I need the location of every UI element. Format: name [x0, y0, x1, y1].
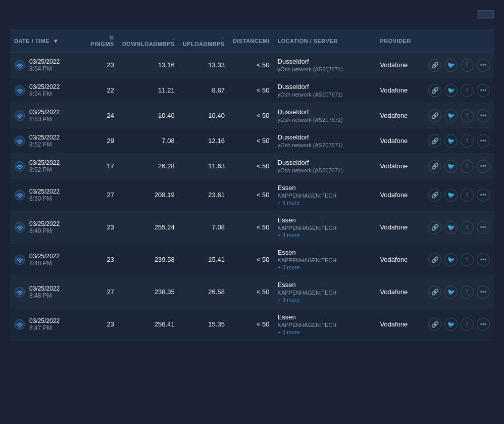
action-link-icon[interactable]: 🔗	[428, 286, 441, 299]
action-more-icon[interactable]: •••	[477, 59, 490, 72]
svg-point-17	[19, 294, 20, 295]
action-facebook-icon[interactable]: f	[461, 286, 474, 299]
distance-cell: < 50	[229, 179, 274, 211]
download-cell: 13.16	[118, 53, 179, 78]
time-line: 8:47 PM	[29, 324, 60, 332]
action-link-icon[interactable]: 🔗	[428, 134, 441, 148]
action-more-icon[interactable]: •••	[477, 134, 490, 148]
action-more-icon[interactable]: •••	[477, 253, 490, 266]
action-twitter-icon[interactable]: 🐦	[444, 253, 458, 266]
action-more-icon[interactable]: •••	[477, 189, 490, 202]
upload-cell: 11.63	[179, 154, 229, 179]
actions-cell: 🔗 🐦 f •••	[424, 308, 494, 341]
action-facebook-icon[interactable]: f	[461, 221, 474, 234]
action-facebook-icon[interactable]: f	[461, 253, 474, 266]
server-name: KAPPENHAGEN:TECH	[278, 193, 372, 199]
location-name: Dusseldorf	[278, 133, 372, 141]
more-link[interactable]: + 3 more	[278, 329, 372, 335]
action-link-icon[interactable]: 🔗	[428, 221, 441, 234]
action-twitter-icon[interactable]: 🐦	[444, 84, 458, 97]
action-link-icon[interactable]: 🔗	[428, 84, 441, 97]
actions-cell: 🔗 🐦 f •••	[424, 103, 494, 128]
distance-cell: < 50	[229, 211, 274, 244]
upload-cell: 23.61	[179, 179, 229, 211]
action-twitter-icon[interactable]: 🐦	[444, 59, 458, 72]
provider-cell: Vodafone	[376, 179, 424, 211]
svg-point-7	[19, 143, 20, 144]
date-time-cell: 03/25/2022 8:54 PM	[10, 78, 83, 103]
date-line: 03/25/2022	[29, 188, 60, 195]
action-link-icon[interactable]: 🔗	[428, 318, 441, 331]
action-twitter-icon[interactable]: 🐦	[444, 134, 458, 148]
action-more-icon[interactable]: •••	[477, 160, 490, 173]
svg-point-19	[19, 326, 20, 327]
date-line: 03/25/2022	[29, 109, 60, 116]
action-more-icon[interactable]: •••	[477, 286, 490, 299]
action-facebook-icon[interactable]: f	[461, 109, 474, 122]
date-time-cell: 03/25/2022 8:52 PM	[10, 128, 83, 154]
action-link-icon[interactable]: 🔗	[428, 109, 441, 122]
action-facebook-icon[interactable]: f	[461, 160, 474, 173]
location-name: Essen	[278, 313, 372, 321]
action-more-icon[interactable]: •••	[477, 109, 490, 122]
date-time-cell: 03/25/2022 8:47 PM	[10, 308, 83, 341]
date-line: 03/25/2022	[29, 58, 60, 65]
action-twitter-icon[interactable]: 🐦	[444, 109, 458, 122]
col-header-download: ↓ DOWNLOADMbps	[118, 29, 179, 53]
time-line: 8:48 PM	[29, 292, 60, 299]
upload-cell: 15.41	[179, 244, 229, 276]
ping-cell: 23	[83, 244, 118, 276]
svg-point-13	[19, 229, 20, 230]
action-twitter-icon[interactable]: 🐦	[444, 189, 458, 202]
table-row: 03/25/2022 8:49 PM 23 255.24 7.08 < 50 E…	[10, 211, 494, 244]
distance-cell: < 50	[229, 128, 274, 154]
action-facebook-icon[interactable]: f	[461, 59, 474, 72]
page-container: DATE / TIME ▼ ⊙ PINGms ↓ DOWNLOADMbps ↑ …	[0, 0, 504, 424]
action-twitter-icon[interactable]: 🐦	[444, 318, 458, 331]
ping-cell: 23	[83, 53, 118, 78]
provider-cell: Vodafone	[376, 128, 424, 154]
ping-cell: 17	[83, 154, 118, 179]
table-row: 03/25/2022 8:54 PM 23 13.16 13.33 < 50 D…	[10, 53, 494, 78]
col-header-datetime[interactable]: DATE / TIME ▼	[10, 29, 83, 53]
provider-cell: Vodafone	[376, 308, 424, 341]
location-name: Dusseldorf	[278, 108, 372, 116]
location-cell: Dusseldorf yOsh network (AS207671)	[274, 128, 376, 154]
action-link-icon[interactable]: 🔗	[428, 160, 441, 173]
more-link[interactable]: + 3 more	[278, 200, 372, 206]
time-line: 8:52 PM	[29, 166, 60, 173]
location-cell: Essen KAPPENHAGEN:TECH + 3 more	[274, 276, 376, 308]
provider-cell: Vodafone	[376, 53, 424, 78]
action-link-icon[interactable]: 🔗	[428, 189, 441, 202]
table-body: 03/25/2022 8:54 PM 23 13.16 13.33 < 50 D…	[10, 53, 494, 341]
actions-cell: 🔗 🐦 f •••	[424, 53, 494, 78]
location-cell: Dusseldorf yOsh network (AS207671)	[274, 78, 376, 103]
action-facebook-icon[interactable]: f	[461, 189, 474, 202]
action-link-icon[interactable]: 🔗	[428, 253, 441, 266]
location-name: Essen	[278, 249, 372, 256]
action-more-icon[interactable]: •••	[477, 221, 490, 234]
upload-cell: 26.58	[179, 276, 229, 308]
table-row: 03/25/2022 8:47 PM 23 256.41 15.35 < 50 …	[10, 308, 494, 341]
action-facebook-icon[interactable]: f	[461, 134, 474, 148]
more-link[interactable]: + 3 more	[278, 297, 372, 303]
provider-cell: Vodafone	[376, 276, 424, 308]
col-header-provider: PROVIDER	[376, 29, 424, 53]
action-twitter-icon[interactable]: 🐦	[444, 160, 458, 173]
action-facebook-icon[interactable]: f	[461, 318, 474, 331]
action-twitter-icon[interactable]: 🐦	[444, 221, 458, 234]
date-text: 03/25/2022 8:54 PM	[29, 58, 60, 72]
date-time-cell: 03/25/2022 8:50 PM	[10, 179, 83, 211]
action-more-icon[interactable]: •••	[477, 84, 490, 97]
location-cell: Essen KAPPENHAGEN:TECH + 3 more	[274, 244, 376, 276]
distance-cell: < 50	[229, 103, 274, 128]
date-time-cell: 03/25/2022 8:48 PM	[10, 276, 83, 308]
action-twitter-icon[interactable]: 🐦	[444, 286, 458, 299]
export-results-button[interactable]	[477, 10, 494, 19]
more-link[interactable]: + 3 more	[278, 232, 372, 238]
server-name: KAPPENHAGEN:TECH	[278, 290, 372, 296]
action-link-icon[interactable]: 🔗	[428, 59, 441, 72]
action-facebook-icon[interactable]: f	[461, 84, 474, 97]
action-more-icon[interactable]: •••	[477, 318, 490, 331]
more-link[interactable]: + 3 more	[278, 264, 372, 270]
